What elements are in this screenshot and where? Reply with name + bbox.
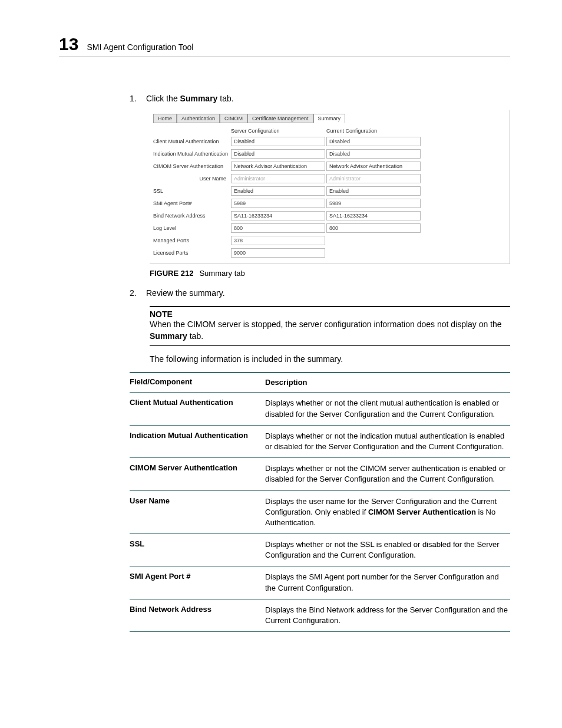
tab-bar: Home Authentication CIMOM Certificate Ma…	[153, 114, 504, 123]
field-value: 800	[326, 223, 421, 233]
header-title: SMI Agent Configuration Tool	[87, 42, 193, 52]
field-value: Administrator	[326, 174, 421, 183]
table-row: Bind Network Address Displays the Bind N…	[130, 599, 510, 632]
field-description: Displays the user name for the Server Co…	[265, 496, 510, 529]
step-1: 1. Click the Summary tab.	[130, 94, 510, 103]
row-label: Managed Ports	[153, 238, 230, 243]
field-value: Disabled	[326, 149, 421, 159]
field-value: Disabled	[326, 137, 421, 146]
field-value: Enabled	[231, 186, 325, 196]
field-value: 9000	[231, 248, 325, 258]
table-header-row: Field/Component Description	[130, 373, 510, 393]
field-value: SA11-16233234	[231, 211, 325, 220]
field-value: Enabled	[326, 186, 421, 196]
table-row: SSL Displays whether or not the SSL is e…	[130, 534, 510, 566]
field-value: 800	[231, 223, 325, 233]
note-text-pre: When the CIMOM server is stopped, the se…	[150, 319, 502, 329]
field-value: 378	[231, 236, 325, 245]
field-value: SA11-16233234	[326, 211, 421, 220]
field-value: Network Advisor Authentication	[231, 162, 325, 171]
col-header-current: Current Configuration	[326, 128, 421, 134]
row-label: Indication Mutual Authentication	[153, 151, 230, 157]
note-text-post: tab.	[187, 331, 203, 341]
table-row: Indication Mutual Authentication Display…	[130, 426, 510, 458]
desc-bold: CIMOM Server Authentication	[368, 508, 476, 516]
step-body: Click the Summary tab.	[146, 94, 510, 103]
field-description: Displays whether or not the SSL is enabl…	[265, 539, 510, 561]
step-text-post: tab.	[217, 94, 233, 103]
field-name: Indication Mutual Authentication	[130, 431, 265, 452]
field-description: Displays whether or not the CIMOM server…	[265, 463, 510, 485]
field-value: Disabled	[231, 137, 325, 146]
row-label: Bind Network Address	[153, 213, 230, 219]
table-row: User Name Displays the user name for the…	[130, 491, 510, 535]
figure-label: FIGURE 212	[150, 269, 193, 278]
field-value: Administrator	[231, 174, 325, 183]
step-number: 2.	[130, 288, 146, 298]
row-label: SSL	[153, 188, 230, 194]
table-row: SMI Agent Port # Displays the SMI Agent …	[130, 566, 510, 599]
row-label: User Name	[153, 176, 230, 182]
figure-caption: FIGURE 212Summary tab	[150, 269, 510, 278]
table-header: Description	[265, 377, 510, 388]
definition-table: Field/Component Description Client Mutua…	[130, 372, 510, 632]
summary-grid: Server Configuration Current Configurati…	[153, 128, 504, 258]
intro-paragraph: The following information is included in…	[150, 354, 510, 364]
step-2: 2. Review the summary.	[130, 288, 510, 298]
chapter-number: 13	[59, 34, 78, 54]
field-description: Displays whether or not the client mutua…	[265, 398, 510, 419]
figure-caption-text: Summary tab	[199, 269, 244, 278]
tab-cimom[interactable]: CIMOM	[220, 114, 247, 123]
table-row: Client Mutual Authentication Displays wh…	[130, 393, 510, 425]
row-label: Client Mutual Authentication	[153, 139, 230, 144]
row-label: Log Level	[153, 225, 230, 231]
field-value: 5989	[231, 199, 325, 208]
note-block: NOTE When the CIMOM server is stopped, t…	[150, 306, 510, 346]
step-text-pre: Click the	[146, 94, 180, 103]
table-header: Field/Component	[130, 377, 265, 388]
field-description: Displays the Bind Network address for th…	[265, 605, 510, 626]
field-name: User Name	[130, 496, 265, 529]
field-description: Displays whether or not the indication m…	[265, 431, 510, 452]
tab-home[interactable]: Home	[153, 114, 177, 123]
col-header-server: Server Configuration	[231, 128, 325, 134]
tab-authentication[interactable]: Authentication	[177, 114, 220, 123]
summary-tab-screenshot: Home Authentication CIMOM Certificate Ma…	[150, 110, 510, 264]
tab-summary[interactable]: Summary	[313, 114, 346, 123]
step-text-bold: Summary	[180, 94, 218, 103]
note-text-bold: Summary	[150, 331, 187, 341]
field-name: Client Mutual Authentication	[130, 398, 265, 419]
field-name: CIMOM Server Authentication	[130, 463, 265, 485]
row-label: CIMOM Server Authentication	[153, 163, 230, 169]
note-body: When the CIMOM server is stopped, the se…	[150, 319, 510, 342]
row-label: Licensed Ports	[153, 250, 230, 256]
field-value: Network Advisor Authentication	[326, 162, 421, 171]
step-body: Review the summary.	[146, 288, 510, 298]
field-value: Disabled	[231, 149, 325, 159]
field-name: SSL	[130, 539, 265, 561]
field-name: Bind Network Address	[130, 605, 265, 626]
field-value: 5989	[326, 199, 421, 208]
row-label: SMI Agent Port#	[153, 200, 230, 206]
page-header: 13 SMI Agent Configuration Tool	[59, 34, 510, 57]
field-description: Displays the SMI Agent port number for t…	[265, 572, 510, 593]
step-number: 1.	[130, 94, 146, 103]
field-name: SMI Agent Port #	[130, 572, 265, 593]
tab-certificate-management[interactable]: Certificate Management	[247, 114, 313, 123]
table-row: CIMOM Server Authentication Displays whe…	[130, 458, 510, 490]
note-label: NOTE	[150, 307, 510, 319]
